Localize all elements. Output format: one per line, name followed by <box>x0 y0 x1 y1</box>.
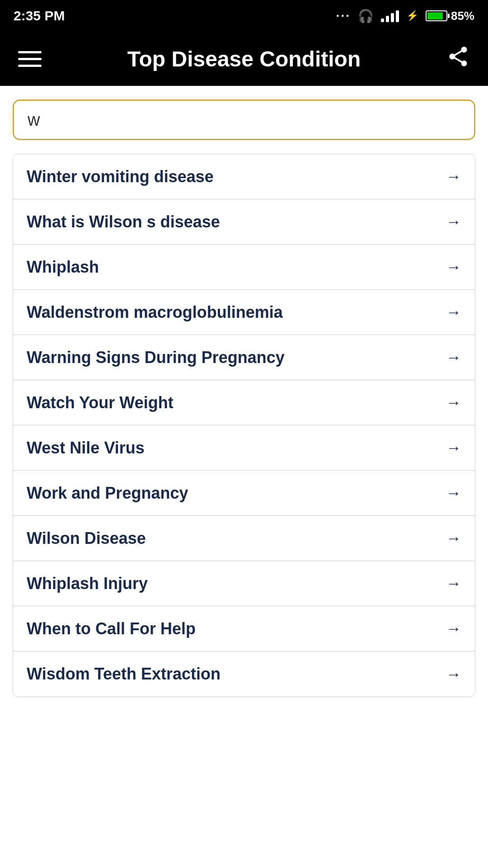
menu-line-3 <box>18 65 42 67</box>
arrow-icon: → <box>446 258 461 276</box>
list-item[interactable]: When to Call For Help → <box>13 606 475 651</box>
list-item[interactable]: Winter vomiting disease → <box>13 154 475 199</box>
search-input[interactable] <box>13 99 475 140</box>
list-item[interactable]: Warning Signs During Pregnancy → <box>13 335 475 380</box>
disease-list: Winter vomiting disease → What is Wilson… <box>13 154 475 697</box>
charging-icon: ⚡ <box>406 10 418 22</box>
menu-line-2 <box>18 58 42 60</box>
list-item-label: Watch Your Weight <box>27 393 174 412</box>
share-button[interactable] <box>446 45 470 73</box>
list-item-label: Waldenstrom macroglobulinemia <box>27 303 283 322</box>
status-icons: ··· 🎧 ⚡ 85% <box>336 9 474 24</box>
list-item[interactable]: Whiplash Injury → <box>13 561 475 606</box>
arrow-icon: → <box>446 439 461 457</box>
page-title: Top Disease Condition <box>42 47 446 71</box>
list-item-label: Wisdom Teeth Extraction <box>27 665 221 684</box>
signal-icon <box>381 9 399 22</box>
list-item[interactable]: Whiplash → <box>13 245 475 290</box>
arrow-icon: → <box>446 349 461 366</box>
list-item[interactable]: Wilson Disease → <box>13 516 475 561</box>
list-item-label: Work and Pregnancy <box>27 484 188 503</box>
list-item-label: Warning Signs During Pregnancy <box>27 348 285 367</box>
list-item[interactable]: West Nile Virus → <box>13 425 475 471</box>
arrow-icon: → <box>446 303 461 321</box>
app-header: Top Disease Condition <box>0 32 488 86</box>
list-item[interactable]: Waldenstrom macroglobulinemia → <box>13 290 475 335</box>
list-item-label: When to Call For Help <box>27 619 196 638</box>
arrow-icon: → <box>446 529 461 547</box>
arrow-icon: → <box>446 484 461 502</box>
status-time: 2:35 PM <box>14 8 65 24</box>
list-item[interactable]: Watch Your Weight → <box>13 380 475 425</box>
headphone-icon: 🎧 <box>358 9 374 24</box>
list-item[interactable]: Work and Pregnancy → <box>13 471 475 516</box>
arrow-icon: → <box>446 394 461 411</box>
list-item-label: Whiplash <box>27 258 99 277</box>
status-bar: 2:35 PM ··· 🎧 ⚡ 85% <box>0 0 488 32</box>
list-item-label: What is Wilson s disease <box>27 212 220 231</box>
battery-icon <box>426 10 447 21</box>
list-item[interactable]: Wisdom Teeth Extraction → <box>13 651 475 697</box>
battery-percent: 85% <box>451 9 474 23</box>
battery-container: 85% <box>426 9 474 23</box>
menu-line-1 <box>18 51 42 53</box>
arrow-icon: → <box>446 213 461 231</box>
list-item-label: Whiplash Injury <box>27 574 148 593</box>
status-dots-icon: ··· <box>336 9 351 23</box>
list-item-label: Winter vomiting disease <box>27 167 214 186</box>
arrow-icon: → <box>446 575 461 592</box>
list-item[interactable]: What is Wilson s disease → <box>13 199 475 245</box>
list-item-label: Wilson Disease <box>27 529 146 548</box>
arrow-icon: → <box>446 168 461 185</box>
arrow-icon: → <box>446 665 461 683</box>
search-container <box>0 86 488 149</box>
menu-button[interactable] <box>18 51 42 67</box>
arrow-icon: → <box>446 620 461 637</box>
list-item-label: West Nile Virus <box>27 439 145 458</box>
